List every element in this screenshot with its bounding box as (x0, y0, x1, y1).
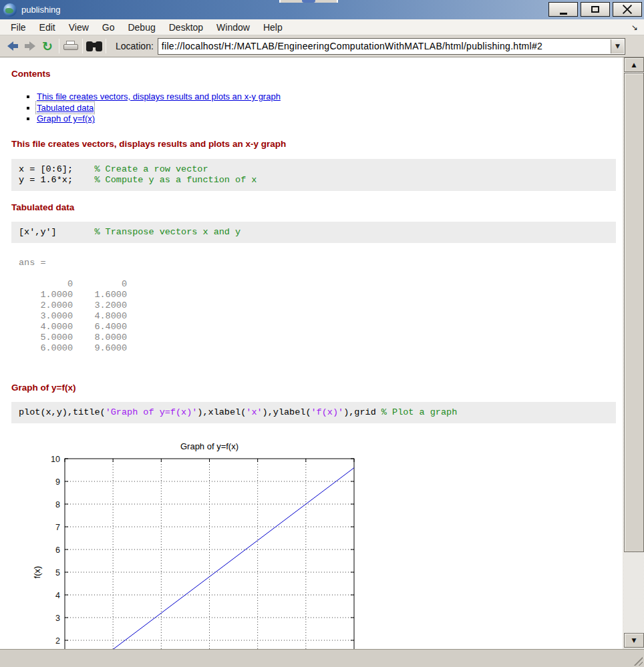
contents-heading: Contents (11, 68, 621, 79)
undock-arrow-icon[interactable]: ↘ (631, 23, 638, 32)
location-dropdown-button[interactable]: ▼ (611, 39, 624, 53)
plot-ytick-label: 9 (55, 477, 60, 486)
toc-link-tabulated-data[interactable]: Tabulated data (37, 103, 94, 113)
menu-item-edit[interactable]: Edit (33, 21, 62, 34)
toc-list: This file creates vectors, displays resu… (11, 91, 621, 125)
code-text: ),ylabel( (263, 407, 311, 417)
code-comment: % Compute y as a function of x (94, 175, 257, 185)
section-heading-3: Graph of y=f(x) (11, 382, 621, 393)
code-string: 'f(x)' (311, 407, 344, 417)
bottom-status-bar (0, 649, 644, 667)
code-text: x = [0:6]; (19, 164, 94, 174)
forward-icon (25, 41, 35, 51)
app-globe-icon (3, 3, 17, 17)
find-button[interactable] (86, 38, 103, 54)
code-string: 'x' (246, 407, 262, 417)
background-window-button-fragment (302, 0, 315, 3)
code-block-1: x = [0:6]; % Create a row vector y = 1.6… (11, 159, 616, 191)
plot-ytick-label: 7 (55, 522, 60, 531)
back-icon (7, 41, 18, 51)
toolbar: ↻ Location: ▼ (0, 35, 644, 57)
code-block-3: plot(x,y),title('Graph of y=f(x)'),xlabe… (11, 402, 616, 423)
toc-item: Graph of y=f(x) (37, 114, 621, 125)
toc-link-intro[interactable]: This file creates vectors, displays resu… (37, 91, 281, 101)
section-heading-2: Tabulated data (11, 202, 621, 213)
toc-item: This file creates vectors, displays resu… (37, 91, 621, 103)
plot-ytick-label: 2 (55, 636, 60, 645)
print-button[interactable] (62, 38, 79, 54)
minimize-button[interactable] (548, 2, 578, 17)
menu-item-go[interactable]: Go (96, 21, 122, 34)
code-comment: % Plot a graph (381, 407, 457, 417)
location-input[interactable] (158, 39, 625, 54)
plot-ytick-label: 5 (55, 568, 60, 577)
location-field: ▼ (158, 38, 625, 55)
menu-item-debug[interactable]: Debug (121, 21, 162, 34)
menu-item-view[interactable]: View (62, 21, 96, 34)
menu-item-file[interactable]: File (4, 21, 33, 34)
plot-canvas: 012345678910Graph of y=f(x)f(x) (27, 438, 387, 650)
toc-item: Tabulated data (37, 103, 621, 114)
maximize-button[interactable] (581, 2, 610, 17)
menu-bar: File Edit View Go Debug Desktop Window H… (0, 19, 644, 35)
dropdown-arrow-icon: ▼ (615, 43, 620, 49)
plot-ytick-label: 6 (55, 545, 60, 554)
close-button[interactable] (613, 2, 642, 17)
scrollbar-thumb[interactable] (624, 73, 644, 552)
window-title: publishing (21, 5, 61, 15)
code-comment: % Create a row vector (94, 164, 208, 174)
plot-ylabel: f(x) (32, 566, 42, 578)
menu-item-desktop[interactable]: Desktop (162, 21, 210, 34)
resize-grip[interactable] (633, 656, 643, 666)
code-string: 'Graph of y=f(x)' (106, 407, 198, 417)
refresh-button[interactable]: ↻ (39, 38, 56, 54)
code-text: [x',y'] (19, 227, 94, 237)
toc-link-graph[interactable]: Graph of y=f(x) (37, 114, 95, 124)
app-window: publishing File Edit View Go Debug Deskt… (0, 0, 644, 667)
menu-item-help[interactable]: Help (257, 21, 289, 34)
title-bar[interactable]: publishing (0, 0, 644, 19)
scrollbar-up-button[interactable]: ▲ (624, 57, 644, 72)
back-button[interactable] (4, 38, 21, 54)
scrollbar[interactable]: ▲ ▼ (623, 57, 644, 649)
refresh-icon: ↻ (42, 40, 53, 53)
plot-ytick-label: 8 (55, 499, 60, 509)
plot-figure: 012345678910Graph of y=f(x)f(x) (27, 438, 387, 650)
plot-title: Graph of y=f(x) (180, 441, 238, 451)
close-icon (622, 4, 633, 15)
code-text: y = 1.6*x; (19, 175, 94, 185)
section-heading-1: This file creates vectors, displays resu… (11, 138, 621, 150)
code-text: plot(x,y),title( (19, 407, 106, 417)
plot-ytick-label: 4 (55, 590, 60, 600)
maximize-icon (591, 6, 599, 13)
toolbar-separator (59, 39, 59, 53)
location-label: Location: (116, 41, 154, 51)
output-block: ans = 0 0 1.0000 1.6000 2.0000 3.2000 3.… (19, 258, 621, 354)
code-text: ),xlabel( (197, 407, 246, 417)
plot-background (65, 459, 354, 650)
menu-item-window[interactable]: Window (210, 21, 257, 34)
toolbar-separator (82, 39, 83, 53)
code-comment: % Transpose vectors x and y (94, 227, 240, 237)
plot-ytick-label: 10 (51, 454, 60, 463)
printer-icon (63, 41, 78, 51)
page-content: Contents This file creates vectors, disp… (0, 57, 621, 649)
binoculars-icon (86, 41, 102, 51)
code-text: ),grid (343, 407, 381, 417)
toolbar-separator (106, 39, 106, 53)
minimize-icon (560, 13, 567, 15)
code-block-2: [x',y'] % Transpose vectors x and y (11, 222, 616, 243)
plot-ytick-label: 3 (55, 613, 60, 622)
window-controls (548, 2, 642, 17)
scrollbar-down-button[interactable]: ▼ (624, 633, 644, 648)
forward-button[interactable] (21, 38, 39, 54)
